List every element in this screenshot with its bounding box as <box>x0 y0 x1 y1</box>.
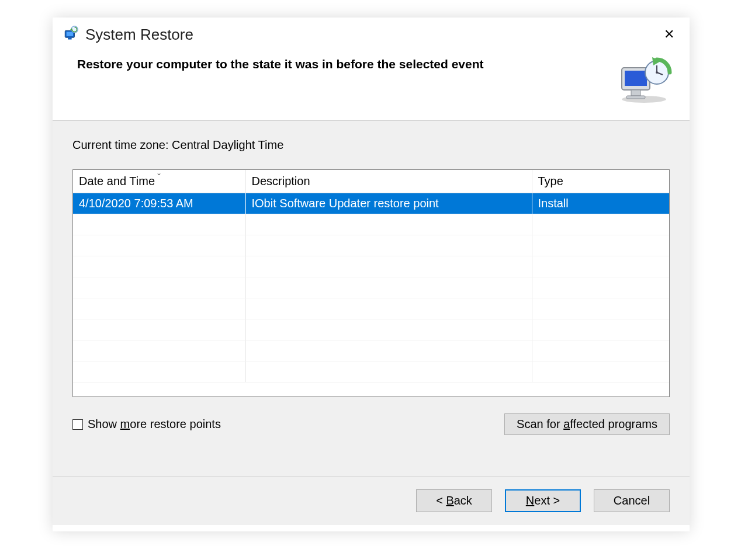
cell-empty <box>245 298 532 319</box>
table-row[interactable]: 4/10/2020 7:09:53 AMIObit Software Updat… <box>73 193 669 214</box>
table-row[interactable] <box>73 319 669 340</box>
header-area: Restore your computer to the state it wa… <box>53 50 690 120</box>
svg-rect-9 <box>626 96 645 99</box>
table-row[interactable] <box>73 214 669 235</box>
titlebar-left: System Restore <box>63 26 193 44</box>
back-button[interactable]: < Back <box>416 489 492 512</box>
titlebar: System Restore ✕ <box>53 18 690 50</box>
restore-points-table[interactable]: ⌄ Date and Time Description Type 4/10/20… <box>72 169 670 397</box>
cell-type: Install <box>532 193 669 214</box>
table-row[interactable] <box>73 277 669 298</box>
cancel-button[interactable]: Cancel <box>594 489 670 512</box>
cell-empty <box>532 214 669 235</box>
cell-desc: IObit Software Updater restore point <box>245 193 532 214</box>
show-more-label: Show more restore points <box>88 418 221 431</box>
cell-empty <box>73 235 245 256</box>
cell-empty <box>245 277 532 298</box>
controls-row: Show more restore points Scan for affect… <box>72 413 670 435</box>
cell-empty <box>73 361 245 382</box>
svg-rect-8 <box>631 90 640 96</box>
cell-empty <box>245 235 532 256</box>
cell-empty <box>73 277 245 298</box>
svg-rect-2 <box>68 37 72 39</box>
system-restore-dialog: System Restore ✕ Restore your computer t… <box>53 18 690 531</box>
table-row[interactable] <box>73 298 669 319</box>
cell-empty <box>532 298 669 319</box>
scan-affected-button[interactable]: Scan for affected programs <box>504 413 670 435</box>
table-row[interactable] <box>73 361 669 382</box>
show-more-checkbox[interactable] <box>72 419 83 430</box>
cell-empty <box>245 256 532 277</box>
table-row[interactable] <box>73 340 669 361</box>
column-header-date-label: Date and Time <box>79 175 155 187</box>
cell-empty <box>532 361 669 382</box>
cell-empty <box>532 319 669 340</box>
cell-empty <box>245 361 532 382</box>
app-title: System Restore <box>85 26 193 44</box>
content-area: Current time zone: Central Daylight Time… <box>53 121 690 476</box>
column-header-date[interactable]: ⌄ Date and Time <box>73 170 245 193</box>
cell-empty <box>532 235 669 256</box>
cell-empty <box>245 319 532 340</box>
table-row[interactable] <box>73 235 669 256</box>
svg-rect-7 <box>625 71 647 86</box>
sort-indicator-icon: ⌄ <box>156 169 162 177</box>
column-header-description-label: Description <box>252 175 310 187</box>
cell-empty <box>532 277 669 298</box>
table-header-row: ⌄ Date and Time Description Type <box>73 170 669 193</box>
system-restore-large-icon <box>616 57 672 104</box>
cell-empty <box>73 298 245 319</box>
cell-empty <box>73 214 245 235</box>
cell-empty <box>245 214 532 235</box>
page-heading: Restore your computer to the state it wa… <box>77 57 484 71</box>
cell-date: 4/10/2020 7:09:53 AM <box>73 193 245 214</box>
show-more-checkbox-wrap[interactable]: Show more restore points <box>72 418 221 431</box>
cell-empty <box>245 340 532 361</box>
cell-empty <box>73 340 245 361</box>
cell-empty <box>73 319 245 340</box>
table-row[interactable] <box>73 256 669 277</box>
system-restore-app-icon <box>63 26 78 44</box>
column-header-type-label: Type <box>538 175 563 187</box>
column-header-type[interactable]: Type <box>532 170 669 193</box>
cell-empty <box>532 256 669 277</box>
next-button[interactable]: Next > <box>505 489 581 512</box>
timezone-label: Current time zone: Central Daylight Time <box>72 138 670 152</box>
close-icon[interactable]: ✕ <box>659 25 679 44</box>
cell-empty <box>73 256 245 277</box>
footer-buttons: < Back Next > Cancel <box>53 476 690 525</box>
column-header-description[interactable]: Description <box>245 170 532 193</box>
svg-rect-1 <box>67 32 73 36</box>
cell-empty <box>532 340 669 361</box>
